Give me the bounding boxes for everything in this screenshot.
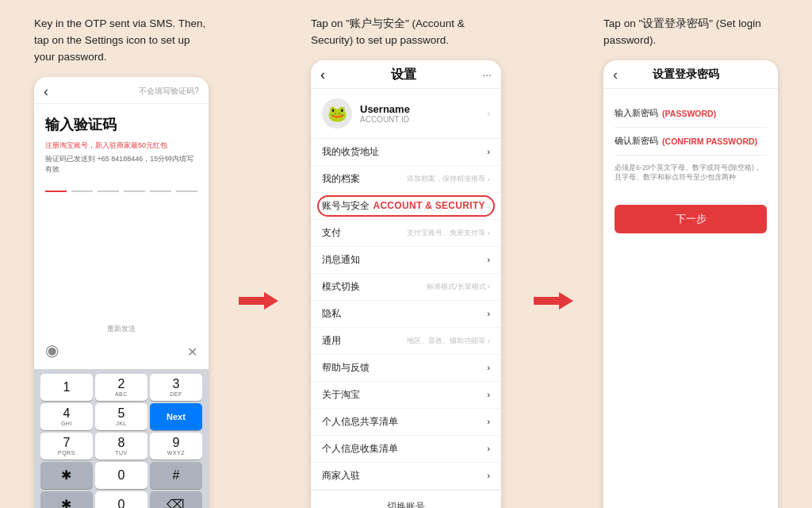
general-hint: 地区、音效、辅助功能等 bbox=[407, 336, 485, 346]
key-7[interactable]: 7PQRS bbox=[40, 433, 93, 460]
back-icon-2[interactable]: ‹ bbox=[320, 67, 325, 83]
phone-screen-2: ‹ 设置 ··· 🐸 Username ACCOUNT ID › 我的收货地址 … bbox=[311, 60, 501, 508]
otp-notice: 注册淘宝账号，新入驻商家最50元红包 bbox=[45, 140, 197, 151]
menu-mode-switch[interactable]: 模式切换 标准模式/长辈模式 › bbox=[311, 274, 501, 301]
svg-marker-1 bbox=[534, 292, 573, 310]
col1-instruction: Key in the OTP sent via SMS. Then, tap o… bbox=[34, 16, 209, 66]
menu-label: 我的档案 bbox=[322, 173, 360, 185]
next-step-label: 下一步 bbox=[676, 212, 707, 226]
menu-share-list[interactable]: 个人信息共享清单 › bbox=[311, 409, 501, 436]
column-3: Tap on "设置登录密码" (Set login password). ‹ … bbox=[577, 16, 804, 508]
avatar: 🐸 bbox=[322, 98, 352, 129]
key-next[interactable]: Next bbox=[150, 403, 202, 430]
key-8[interactable]: 8TUV bbox=[95, 433, 147, 460]
menu-list: 我的收货地址 › 我的档案 添加档案，保持精准推荐 › 账号与安全 ACCOUN… bbox=[311, 139, 501, 490]
key-1[interactable]: 1 bbox=[40, 374, 93, 401]
back-icon-3[interactable]: ‹ bbox=[613, 67, 618, 83]
menu-notification[interactable]: 消息通知 › bbox=[311, 247, 501, 274]
right-arrow-icon-2 bbox=[534, 292, 573, 310]
key-asterisk2[interactable]: ✱ bbox=[40, 491, 93, 508]
resend-label[interactable]: 重新发送 bbox=[107, 325, 136, 333]
key-hash[interactable]: # bbox=[150, 462, 202, 489]
menu-label: 支付 bbox=[322, 227, 341, 239]
key-2[interactable]: 2ABC bbox=[95, 374, 147, 401]
more-icon[interactable]: ··· bbox=[482, 68, 492, 81]
key-4[interactable]: 4GHI bbox=[40, 403, 93, 430]
menu-right: 地区、音效、辅助功能等 › bbox=[407, 336, 490, 346]
menu-profile[interactable]: 我的档案 添加档案，保持精准推荐 › bbox=[311, 166, 501, 193]
arrow-2 bbox=[530, 16, 577, 508]
menu-account-security[interactable]: 账号与安全 ACCOUNT & SECURITY › bbox=[311, 193, 501, 220]
settings-title: 设置 bbox=[391, 67, 416, 83]
username-text: Username bbox=[360, 103, 410, 115]
menu-label: 模式切换 bbox=[322, 281, 360, 293]
otp-line-4 bbox=[124, 190, 145, 192]
menu-merchant[interactable]: 商家入驻 › bbox=[311, 463, 501, 490]
phone-screen-3: ‹ 设置登录密码 输入新密码 (PASSWORD) 确认新密码 (CONFIRM… bbox=[603, 60, 778, 508]
confirm-pwd-row: 确认新密码 (CONFIRM PASSWORD) bbox=[615, 128, 767, 156]
switch-account-btn[interactable]: 切换账号 bbox=[311, 490, 501, 508]
profile-section[interactable]: 🐸 Username ACCOUNT ID › bbox=[311, 89, 501, 139]
close-keyboard-icon[interactable]: ✕ bbox=[187, 344, 197, 360]
col2-instruction: Tap on "账户与安全" (Account & Security) to s… bbox=[311, 16, 501, 49]
profile-chevron: › bbox=[487, 108, 490, 119]
new-pwd-placeholder[interactable]: (PASSWORD) bbox=[662, 109, 716, 118]
menu-label: 个人信息共享清单 bbox=[322, 416, 398, 428]
next-step-button[interactable]: 下一步 bbox=[615, 205, 767, 233]
otp-line-6 bbox=[176, 190, 197, 192]
phone-screen-1: ‹ 不会填写验证码? 输入验证码 注册淘宝账号，新入驻商家最50元红包 验证码已… bbox=[34, 77, 209, 508]
otp-line-3 bbox=[98, 190, 119, 192]
menu-label: 消息通知 bbox=[322, 254, 360, 266]
chevron: › bbox=[487, 471, 490, 480]
menu-right: 添加档案，保持精准推荐 › bbox=[407, 174, 490, 184]
key-5[interactable]: 5JKL bbox=[95, 403, 147, 430]
key-0[interactable]: 0 bbox=[95, 462, 147, 489]
col3-instruction: Tap on "设置登录密码" (Set login password). bbox=[603, 16, 778, 49]
back-icon-1[interactable]: ‹ bbox=[44, 83, 48, 100]
menu-collect-list[interactable]: 个人信息收集清单 › bbox=[311, 436, 501, 463]
otp-line-2 bbox=[71, 190, 93, 192]
column-2: Tap on "账户与安全" (Account & Security) to s… bbox=[282, 16, 530, 508]
next-label: Next bbox=[167, 412, 186, 421]
otp-input-lines bbox=[45, 187, 197, 192]
menu-label: 关于淘宝 bbox=[322, 389, 360, 401]
menu-shipping-address[interactable]: 我的收货地址 › bbox=[311, 139, 501, 166]
keyboard-actions: ◉ ✕ bbox=[45, 337, 197, 364]
chevron: › bbox=[487, 444, 490, 453]
menu-label: 隐私 bbox=[322, 308, 341, 320]
otp-line-5 bbox=[150, 190, 171, 192]
confirm-pwd-placeholder[interactable]: (CONFIRM PASSWORD) bbox=[662, 137, 757, 146]
menu-label: 商家入驻 bbox=[322, 470, 360, 482]
payment-hint: 支付宝账号、免密支付等 bbox=[407, 228, 485, 238]
fingerprint-icon[interactable]: ◉ bbox=[45, 341, 59, 360]
menu-privacy[interactable]: 隐私 › bbox=[311, 301, 501, 328]
otp-resend: 重新发送 bbox=[45, 324, 197, 334]
extra-keyboard-row: ✱ 0 ⌫ bbox=[40, 491, 202, 508]
menu-right: 支付宝账号、免密支付等 › bbox=[407, 228, 490, 238]
chevron: › bbox=[487, 309, 490, 318]
chevron: › bbox=[487, 417, 490, 426]
menu-label: 我的收货地址 bbox=[322, 146, 379, 158]
menu-right: 标准模式/长辈模式 › bbox=[427, 282, 490, 292]
key-9[interactable]: 9WXYZ bbox=[150, 433, 202, 460]
profile-hint: 添加档案，保持精准推荐 bbox=[407, 174, 485, 184]
col3-instruction-text: Tap on "设置登录密码" (Set login password). bbox=[603, 17, 761, 46]
key-star[interactable]: ✱ bbox=[40, 462, 93, 489]
arrow-1 bbox=[235, 16, 282, 508]
phone-body-1: 输入验证码 注册淘宝账号，新入驻商家最50元红包 验证码已发送到 +65 841… bbox=[34, 104, 209, 369]
chevron: › bbox=[488, 175, 490, 183]
profile-info: Username ACCOUNT ID bbox=[360, 103, 410, 124]
menu-about[interactable]: 关于淘宝 › bbox=[311, 382, 501, 409]
svg-marker-0 bbox=[239, 292, 278, 310]
menu-payment[interactable]: 支付 支付宝账号、免密支付等 › bbox=[311, 220, 501, 247]
phone-header-1: ‹ 不会填写验证码? bbox=[34, 77, 209, 104]
menu-general[interactable]: 通用 地区、音效、辅助功能等 › bbox=[311, 328, 501, 355]
menu-label-account: 账号与安全 bbox=[322, 200, 370, 212]
backspace-key[interactable]: ⌫ bbox=[150, 491, 202, 508]
new-pwd-label: 输入新密码 bbox=[615, 108, 662, 119]
key-0-2[interactable]: 0 bbox=[95, 491, 147, 508]
key-3[interactable]: 3DEF bbox=[150, 374, 202, 401]
not-fill-otp-link[interactable]: 不会填写验证码? bbox=[139, 86, 199, 97]
chevron: › bbox=[488, 337, 490, 345]
menu-help[interactable]: 帮助与反馈 › bbox=[311, 355, 501, 382]
